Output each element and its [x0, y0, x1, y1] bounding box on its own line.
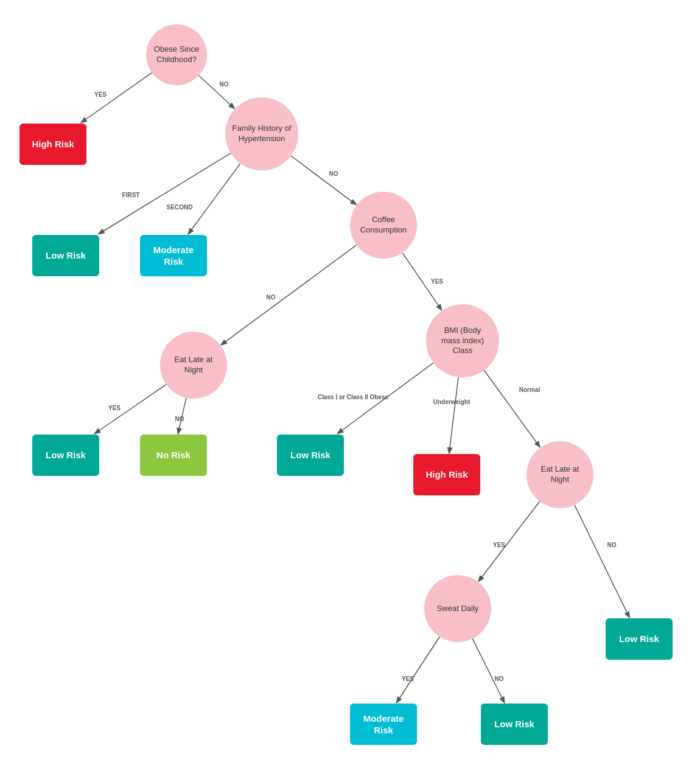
- edge-label: FIRST: [122, 192, 140, 198]
- svg-line-5: [222, 245, 357, 345]
- tree-arrows: [0, 0, 700, 765]
- edge-label: NO: [175, 416, 184, 422]
- node-high_risk_1: High Risk: [19, 124, 86, 165]
- node-no_risk: No Risk: [140, 435, 207, 476]
- edge-label: YES: [493, 542, 505, 548]
- edge-label: SECOND: [167, 204, 193, 211]
- svg-line-2: [99, 153, 231, 234]
- edge-label: YES: [431, 278, 443, 285]
- edge-label: Normal: [519, 386, 540, 393]
- svg-line-10: [449, 377, 458, 453]
- node-moderate_risk_1: Moderate Risk: [140, 235, 207, 276]
- svg-line-14: [397, 637, 439, 702]
- svg-line-12: [479, 501, 540, 581]
- edge-label: NO: [329, 170, 338, 177]
- node-eat_late_2: Eat Late at Night: [527, 441, 593, 508]
- node-low_risk_3: Low Risk: [277, 435, 344, 476]
- edge-label: NO: [607, 542, 617, 548]
- node-low_risk_1: Low Risk: [32, 235, 99, 276]
- svg-line-3: [189, 164, 240, 234]
- node-low_risk_5: Low Risk: [481, 704, 548, 745]
- svg-line-13: [575, 505, 629, 617]
- node-low_risk_2: Low Risk: [32, 435, 99, 476]
- node-bmi: BMI (Body mass index) Class: [426, 304, 499, 377]
- node-moderate_risk_2: Moderate Risk: [350, 704, 417, 745]
- svg-line-1: [199, 75, 234, 108]
- node-sweat_daily: Sweat Daily: [424, 575, 491, 642]
- edge-label: YES: [108, 405, 121, 411]
- svg-line-4: [291, 156, 355, 204]
- svg-line-15: [472, 638, 504, 702]
- svg-line-0: [82, 72, 152, 122]
- node-obese: Obese Since Childhood?: [146, 24, 207, 85]
- edge-label: NO: [495, 676, 504, 682]
- node-eat_late_1: Eat Late at Night: [160, 332, 227, 399]
- edge-label: NO: [220, 81, 229, 88]
- svg-line-11: [484, 371, 539, 447]
- decision-tree: Obese Since Childhood?High RiskFamily Hi…: [0, 0, 700, 765]
- edge-label: Underweight: [433, 399, 471, 405]
- node-high_risk_2: High Risk: [413, 454, 480, 495]
- edge-label: YES: [94, 91, 107, 98]
- node-low_risk_4: Low Risk: [606, 618, 673, 660]
- node-coffee: Coffee Consumption: [350, 192, 417, 259]
- edge-label: NO: [267, 294, 276, 301]
- svg-line-7: [95, 385, 166, 433]
- edge-label: YES: [402, 676, 414, 682]
- node-family_history: Family History of Hypertension: [225, 97, 298, 170]
- edge-label: Class I or Class II Obese: [318, 394, 388, 400]
